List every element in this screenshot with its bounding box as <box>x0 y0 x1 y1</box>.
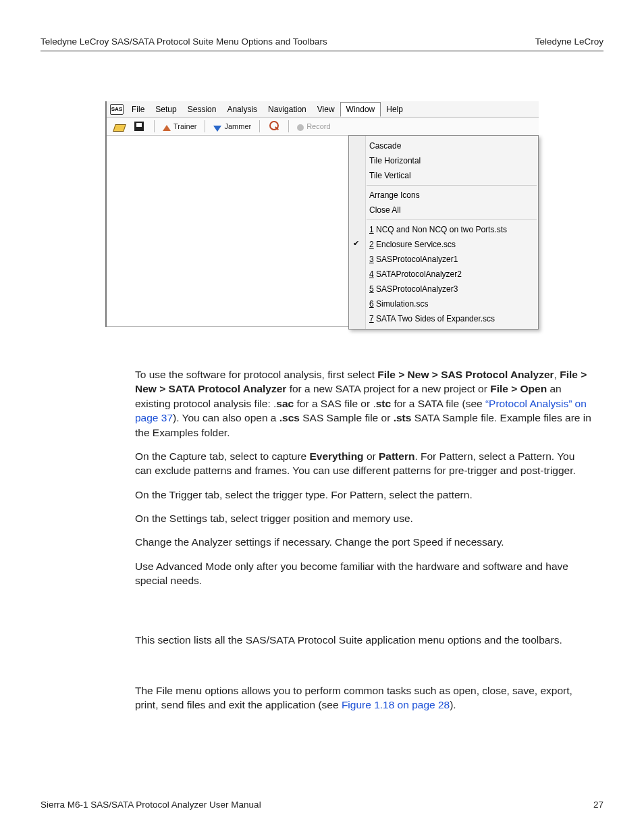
window-menu-dropdown: Cascade Tile Horizontal Tile Vertical Ar… <box>348 135 539 330</box>
doc-label: Simulation.scs <box>374 299 429 309</box>
menu-item-document[interactable]: 2 Enclosure Service.scs <box>349 237 538 252</box>
save-button[interactable] <box>131 119 149 134</box>
paragraph: This section lists all the SAS/SATA Prot… <box>135 633 594 647</box>
trainer-label: Trainer <box>173 122 196 130</box>
app-screenshot: SAS File Setup Session Analysis Navigati… <box>105 101 539 327</box>
app-icon: SAS <box>110 104 124 115</box>
paragraph: On the Capture tab, select to capture Ev… <box>135 449 594 478</box>
doc-label: NCQ and Non NCQ on two Ports.sts <box>374 225 507 234</box>
menu-item-cascade[interactable]: Cascade <box>349 138 538 153</box>
menu-file[interactable]: File <box>126 103 150 116</box>
app-client-area: Cascade Tile Horizontal Tile Vertical Ar… <box>107 136 539 327</box>
jammer-label: Jammer <box>224 122 251 130</box>
toolbar-separator <box>259 120 260 132</box>
menu-setup[interactable]: Setup <box>150 103 182 116</box>
footer-right: 27 <box>593 800 603 810</box>
toolbar-separator <box>205 120 205 132</box>
doc-accelerator: 5 <box>369 284 374 294</box>
menu-item-document[interactable]: 4 SATAProtocolAnalyzer2 <box>349 267 538 282</box>
menu-item-document[interactable]: 7 SATA Two Sides of Expander.scs <box>349 311 538 326</box>
doc-accelerator: 7 <box>369 314 374 323</box>
paragraph: The File menu options allows you to perf… <box>135 683 594 712</box>
paragraph: Use Advanced Mode only after you become … <box>135 559 594 588</box>
trainer-up-icon <box>163 125 171 131</box>
paragraph: Change the Analyzer settings if necessar… <box>135 535 594 549</box>
doc-accelerator: 6 <box>369 299 374 309</box>
menu-view[interactable]: View <box>312 103 340 116</box>
header-left: Teledyne LeCroy SAS/SATA Protocol Suite … <box>41 36 327 47</box>
toolbar-separator <box>154 120 155 132</box>
jammer-down-icon <box>213 126 221 132</box>
record-button[interactable]: Record <box>294 120 333 132</box>
open-icon <box>113 120 126 132</box>
menu-item-close-all[interactable]: Close All <box>349 203 538 217</box>
menu-item-tile-horizontal[interactable]: Tile Horizontal <box>349 153 538 168</box>
doc-accelerator: 4 <box>369 269 374 279</box>
save-icon <box>134 120 146 132</box>
menu-item-tile-vertical[interactable]: Tile Vertical <box>349 168 538 183</box>
record-label: Record <box>306 122 330 130</box>
doc-accelerator: 3 <box>369 255 374 264</box>
menu-item-document[interactable]: 3 SASProtocolAnalyzer1 <box>349 252 538 267</box>
menubar: SAS File Setup Session Analysis Navigati… <box>107 101 539 118</box>
paragraph: On the Settings tab, select trigger posi… <box>135 511 594 525</box>
doc-label: SASProtocolAnalyzer3 <box>374 284 458 294</box>
menu-item-document[interactable]: 1 NCQ and Non NCQ on two Ports.sts <box>349 222 538 237</box>
link-figure-1-18[interactable]: Figure 1.18 on page 28 <box>342 699 450 710</box>
doc-label: SASProtocolAnalyzer1 <box>374 255 458 264</box>
menu-navigation[interactable]: Navigation <box>263 103 312 116</box>
dropdown-separator <box>367 219 537 220</box>
paragraph: To use the software for protocol analysi… <box>135 367 594 440</box>
footer-left: Sierra M6-1 SAS/SATA Protocol Analyzer U… <box>41 800 261 810</box>
body-copy: To use the software for protocol analysi… <box>135 367 594 712</box>
menu-item-arrange-icons[interactable]: Arrange Icons <box>349 188 538 203</box>
menu-help[interactable]: Help <box>381 103 408 116</box>
record-dot-icon <box>297 124 304 131</box>
search-button[interactable] <box>265 119 283 134</box>
paragraph: On the Trigger tab, select the trigger t… <box>135 488 594 502</box>
menu-item-document[interactable]: 5 SASProtocolAnalyzer3 <box>349 282 538 296</box>
doc-label: SATAProtocolAnalyzer2 <box>374 269 462 279</box>
dropdown-separator <box>367 185 537 186</box>
menu-window[interactable]: Window <box>340 102 381 117</box>
page-header: Teledyne LeCroy SAS/SATA Protocol Suite … <box>41 36 603 51</box>
doc-label: Enclosure Service.scs <box>374 240 456 249</box>
open-button[interactable] <box>111 119 128 134</box>
doc-label: SATA Two Sides of Expander.scs <box>374 314 495 323</box>
doc-accelerator: 1 <box>369 225 374 234</box>
trainer-button[interactable]: Trainer <box>160 121 199 132</box>
doc-accelerator: 2 <box>369 240 374 249</box>
toolbar-separator <box>288 120 289 132</box>
header-right: Teledyne LeCroy <box>535 36 603 47</box>
menu-analysis[interactable]: Analysis <box>221 103 263 116</box>
page-footer: Sierra M6-1 SAS/SATA Protocol Analyzer U… <box>41 800 603 810</box>
toolbar: Trainer Jammer Record <box>107 118 539 136</box>
menu-session[interactable]: Session <box>182 103 222 116</box>
jammer-button[interactable]: Jammer <box>211 120 254 133</box>
search-icon <box>268 120 280 132</box>
menu-item-document[interactable]: 6 Simulation.scs <box>349 296 538 311</box>
